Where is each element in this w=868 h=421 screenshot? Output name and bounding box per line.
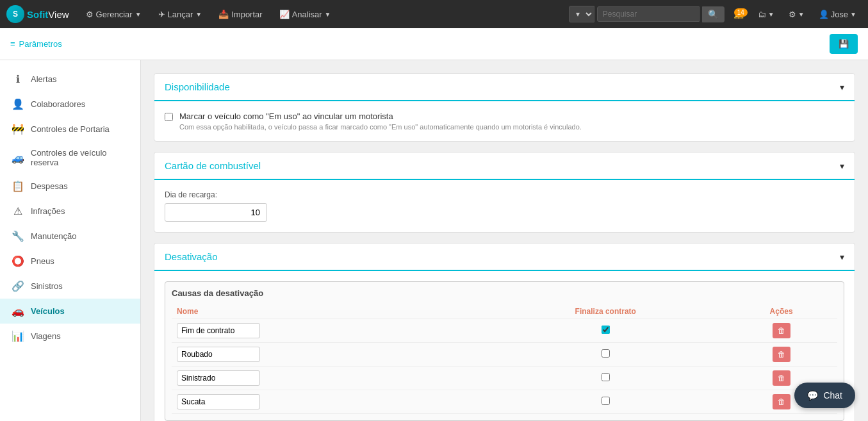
nav-gerenciar[interactable]: ⚙ Gerenciar ▼ [79,7,148,22]
col-acoes: Ações [725,304,837,319]
network-button[interactable]: ⚙ ▼ [783,7,810,22]
sidebar-item-sinistros[interactable]: 🔗 Sinistros [0,274,140,299]
viagens-icon: 📊 [12,330,24,342]
manutencao-icon: 🔧 [12,230,24,242]
network-icon: ⚙ [789,10,796,19]
subheader: ≡ Parâmetros 💾 [0,28,868,60]
brand-name: SofitView [27,9,69,20]
desativacao-body: Causas da desativação Nome Finaliza cont… [154,271,855,421]
notifications-button[interactable]: 🔔 14 [728,7,749,22]
caret-gerenciar: ▼ [135,11,142,18]
gear-icon: ⚙ [86,10,94,19]
chat-button[interactable]: 💬 Chat [794,383,855,408]
brand-logo: S [6,5,24,23]
cartao-combustivel-title: Cartão de combustível [165,160,261,171]
filter-icon: ≡ [10,39,15,49]
storage-icon: 🗂 [758,10,766,19]
causa-nome-input[interactable] [177,394,260,409]
parametros-link[interactable]: ≡ Parâmetros [10,39,62,49]
table-row: 🗑 [172,390,837,414]
user-menu[interactable]: 👤 Jose ▼ [814,7,862,22]
delete-causa-button[interactable]: 🗑 [773,370,790,386]
infracoes-icon: ⚠ [12,205,24,217]
delete-causa-button[interactable]: 🗑 [773,323,790,338]
alertas-icon: ℹ [12,73,24,85]
nav-lancar[interactable]: ✈ Lançar ▼ [152,7,209,22]
disponibilidade-checkbox[interactable] [165,113,173,121]
search-dropdown[interactable]: ▾ [569,6,594,22]
nav-analisar[interactable]: 📈 Analisar ▼ [273,7,338,22]
brand-logo-area: S SofitView [6,5,69,23]
main-content: Disponibilidade ▾ Marcar o veículo como … [141,60,868,421]
sidebar-item-portaria[interactable]: 🚧 Controles de Portaria [0,117,140,142]
chevron-disponibilidade: ▾ [840,82,844,92]
desativacao-header[interactable]: Desativação ▾ [154,244,855,271]
disponibilidade-body: Marcar o veículo como "Em uso" ao vincul… [154,101,855,141]
sidebar-item-colaboradores[interactable]: 👤 Colaboradores [0,92,140,117]
import-icon: 📥 [218,10,229,19]
save-button[interactable]: 💾 [830,34,858,54]
causa-nome-input[interactable] [177,347,260,362]
sidebar-item-veiculos[interactable]: 🚗 Veículos [0,299,140,324]
veiculo-reserva-icon: 🚙 [12,152,24,164]
sidebar-item-viagens[interactable]: 📊 Viagens [0,324,140,349]
main-layout: ℹ Alertas 👤 Colaboradores 🚧 Controles de… [0,60,868,421]
section-cartao-combustivel: Cartão de combustível ▾ Dia de recarga: [154,152,855,233]
nav-importar[interactable]: 📥 Importar [212,7,268,22]
cartao-combustivel-body: Dia de recarga: [154,180,855,232]
sidebar-item-manutencao[interactable]: 🔧 Manutenção [0,224,140,249]
table-row: 🗑 [172,319,837,343]
colaboradores-icon: 👤 [12,98,24,110]
causa-nome-input[interactable] [177,370,260,386]
sidebar-item-veiculo-reserva[interactable]: 🚙 Controles de veículo reserva [0,142,140,174]
causas-title: Causas da desativação [172,288,837,298]
launch-icon: ✈ [158,10,165,19]
topnav: S SofitView ⚙ Gerenciar ▼ ✈ Lançar ▼ 📥 I… [0,0,868,28]
causas-table: Nome Finaliza contrato Ações 🗑🗑🗑🗑 [172,304,837,414]
finaliza-checkbox[interactable] [602,349,610,358]
chat-icon: 💬 [807,390,818,400]
user-icon: 👤 [819,10,829,19]
sidebar-item-pneus[interactable]: ⭕ Pneus [0,249,140,274]
finaliza-checkbox[interactable] [602,397,610,405]
table-row: 🗑 [172,367,837,390]
col-nome: Nome [172,304,486,319]
sidebar-item-alertas[interactable]: ℹ Alertas [0,67,140,92]
save-icon: 💾 [839,39,849,49]
section-disponibilidade: Disponibilidade ▾ Marcar o veículo como … [154,73,855,142]
section-disponibilidade-header[interactable]: Disponibilidade ▾ [154,74,855,101]
storage-button[interactable]: 🗂 ▼ [753,7,780,22]
disponibilidade-checkbox-desc: Com essa opção habilitada, o veículo pas… [179,123,582,131]
notifications-badge: 14 [734,8,748,17]
disponibilidade-checkbox-label: Marcar o veículo como "Em uso" ao vincul… [179,111,582,121]
dia-recarga-label: Dia de recarga: [165,190,844,199]
chevron-cartao: ▾ [840,161,844,171]
despesas-icon: 📋 [12,180,24,192]
chart-icon: 📈 [279,10,290,19]
chevron-desativacao: ▾ [840,252,844,262]
portaria-icon: 🚧 [12,123,24,135]
dia-recarga-field: Dia de recarga: [165,190,844,222]
table-row: 🗑 [172,343,837,367]
caret-lancar: ▼ [195,11,202,18]
sidebar: ℹ Alertas 👤 Colaboradores 🚧 Controles de… [0,60,141,421]
search-button[interactable]: 🔍 [702,6,725,22]
disponibilidade-checkbox-row: Marcar o veículo como "Em uso" ao vincul… [165,111,844,131]
delete-causa-button[interactable]: 🗑 [773,347,790,362]
chat-label: Chat [823,390,842,400]
cartao-combustivel-header[interactable]: Cartão de combustível ▾ [154,153,855,180]
search-input[interactable] [597,6,700,22]
caret-analisar: ▼ [325,11,331,18]
desativacao-title: Desativação [165,251,218,262]
causa-nome-input[interactable] [177,323,260,338]
sidebar-item-infracoes[interactable]: ⚠ Infrações [0,199,140,224]
sidebar-item-despesas[interactable]: 📋 Despesas [0,174,140,199]
finaliza-checkbox[interactable] [602,326,610,334]
finaliza-checkbox[interactable] [602,373,610,381]
search-area: ▾ 🔍 [569,6,725,22]
dia-recarga-input[interactable] [165,203,267,222]
delete-causa-button[interactable]: 🗑 [773,394,790,409]
causas-desativacao-box: Causas da desativação Nome Finaliza cont… [165,281,844,421]
veiculos-icon: 🚗 [12,305,24,317]
brand-logo-letter: S [13,10,18,19]
